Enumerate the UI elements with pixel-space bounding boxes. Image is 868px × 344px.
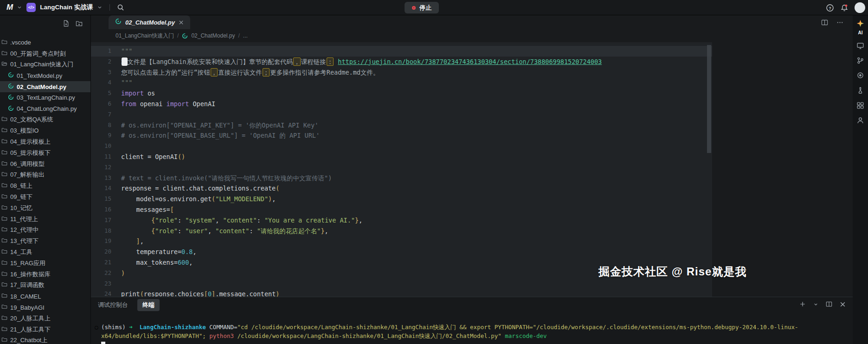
- code-token: .message.content: [215, 290, 276, 297]
- breadcrumb: 01_LangChain快速入门/02_ChatModel.py/...: [91, 29, 853, 42]
- tree-item[interactable]: 08_链上: [0, 180, 90, 191]
- code-token: (: [276, 185, 279, 192]
- git-branch-icon[interactable]: [856, 57, 864, 64]
- ai-assistant-button[interactable]: AI: [856, 19, 864, 35]
- editor-scrollbar[interactable]: [707, 45, 711, 153]
- target-icon[interactable]: [856, 71, 864, 79]
- tree-item[interactable]: 10_记忆: [0, 203, 90, 214]
- tree-item[interactable]: 14_工具: [0, 247, 90, 258]
- tree-item[interactable]: 05_提示模板下: [0, 147, 90, 159]
- tree-item[interactable]: 19_BabyAGI: [0, 302, 90, 313]
- tree-item[interactable]: 06_调用模型: [0, 159, 90, 170]
- terminal-token: COMMAND=: [206, 324, 238, 331]
- tree-item-label: 03_模型IO: [10, 127, 39, 135]
- tree-item[interactable]: 04_ChatLongChain.py: [0, 103, 90, 115]
- tree-item[interactable]: 15_RAG应用: [0, 258, 90, 269]
- monitor-icon[interactable]: [856, 42, 864, 50]
- code-link[interactable]: https://juejin.cn/book/73877023474361303…: [338, 58, 602, 65]
- tree-item[interactable]: 17_回调函数: [0, 280, 90, 291]
- project-chevron-down-icon[interactable]: [97, 5, 103, 10]
- code-token: "请给我的花店起个名": [257, 227, 321, 235]
- line-number: 12: [91, 162, 121, 173]
- folder-icon: [1, 271, 7, 278]
- tree-item[interactable]: 02_ChatModel.py: [0, 81, 90, 92]
- terminal-output[interactable]: ○(shims) ➜ LangChain-shizhanke COMMAND="…: [95, 323, 853, 344]
- line-number: 10: [91, 141, 121, 152]
- tree-item[interactable]: 04_提示模板上: [0, 136, 90, 147]
- code-token: os: [144, 89, 155, 97]
- project-title[interactable]: LangChain 实战课: [40, 3, 93, 12]
- tree-item[interactable]: 11_代理上: [0, 214, 90, 225]
- code-token: # os.environ["OPENAI_BASE_URL"] = 'OpenA…: [121, 132, 320, 139]
- tree-item[interactable]: 13_代理下: [0, 236, 90, 247]
- panel-tab[interactable]: 终端: [137, 299, 160, 311]
- tree-item[interactable]: 18_CAMEL: [0, 291, 90, 302]
- line-number: 11: [91, 152, 121, 162]
- python-file-icon: [182, 33, 188, 39]
- tree-item[interactable]: 02_文档QA系统: [0, 115, 90, 126]
- tab-02-chatmodel[interactable]: 02_ChatModel.py: [109, 15, 190, 29]
- code-token: "content": [215, 227, 249, 235]
- code-line: 8# os.environ["OPENAI_API_KEY"] = '你的Ope…: [91, 120, 712, 131]
- tree-item[interactable]: 20_人脉工具上: [0, 313, 90, 324]
- tree-item[interactable]: 22_Chatbot上: [0, 335, 90, 344]
- code-token: max_tokens=: [121, 259, 178, 266]
- code-token: "LLM_MODELEND": [215, 195, 268, 203]
- tree-item[interactable]: 09_链下: [0, 191, 90, 203]
- panel-tab[interactable]: 调试控制台: [98, 301, 128, 309]
- flask-icon[interactable]: [856, 86, 864, 94]
- close-panel-icon[interactable]: [840, 301, 846, 307]
- tree-item[interactable]: 01_TextModel.py: [0, 70, 90, 81]
- tree-item-label: 16_操作数据库: [10, 270, 51, 279]
- code-token: ,: [208, 227, 215, 235]
- user-avatar[interactable]: [855, 2, 865, 13]
- grid-icon[interactable]: [856, 102, 864, 109]
- tab-close-icon[interactable]: [179, 20, 184, 25]
- tree-item[interactable]: 03_模型IO: [0, 125, 90, 136]
- divider: [109, 4, 110, 11]
- line-number: 3: [91, 67, 121, 78]
- tree-item[interactable]: 00_开篇词_奇点时刻: [0, 48, 90, 59]
- help-icon[interactable]: ?: [826, 4, 834, 12]
- search-icon[interactable]: [117, 4, 124, 11]
- line-number: 14: [91, 183, 121, 194]
- breadcrumb-item[interactable]: ...: [243, 32, 248, 39]
- code-line: 23: [91, 279, 712, 289]
- python-file-icon: [115, 18, 122, 26]
- code-editor[interactable]: 1"""2本文件是【LangChain系统安装和快速入门】章节的配套代码，课程链…: [91, 42, 712, 297]
- terminal-dropdown-caret-icon[interactable]: [813, 302, 818, 307]
- file-tree[interactable]: .vscode00_开篇词_奇点时刻01_LangChain快速入门01_Tex…: [0, 37, 90, 344]
- code-line: 2本文件是【LangChain系统安装和快速入门】章节的配套代码，课程链接： h…: [91, 57, 712, 67]
- code-token: :: [249, 227, 257, 235]
- workspace-switcher-chevron-icon[interactable]: [17, 5, 22, 10]
- user-icon[interactable]: [856, 116, 864, 124]
- bell-icon[interactable]: [840, 4, 849, 12]
- tree-item[interactable]: 12_代理中: [0, 225, 90, 236]
- code-token: 课程链接: [301, 58, 326, 65]
- code-line: 14response = client.chat.completions.cre…: [91, 183, 712, 194]
- more-actions-icon[interactable]: [836, 19, 843, 26]
- new-folder-icon[interactable]: [76, 20, 83, 27]
- code-token: ：: [327, 57, 334, 66]
- split-terminal-icon[interactable]: [826, 301, 832, 307]
- terminal-cursor: [101, 342, 105, 344]
- split-editor-icon[interactable]: [821, 19, 828, 26]
- breadcrumb-item[interactable]: 01_LangChain快速入门: [116, 32, 174, 40]
- code-token: "role": [155, 217, 178, 224]
- code-token: "You are a creative AI.": [264, 217, 355, 224]
- tree-item[interactable]: 16_操作数据库: [0, 269, 90, 280]
- code-token: import: [167, 100, 189, 108]
- tree-item[interactable]: 03_TextLangChain.py: [0, 92, 90, 103]
- breadcrumb-item[interactable]: 02_ChatModel.py: [191, 32, 235, 39]
- tree-item[interactable]: 21_人脉工具下: [0, 324, 90, 335]
- tree-item[interactable]: 07_解析输出: [0, 170, 90, 181]
- code-token: ；: [263, 68, 270, 76]
- code-token: ,: [189, 259, 193, 266]
- stop-button[interactable]: 停止: [405, 2, 439, 13]
- tree-item[interactable]: 01_LangChain快速入门: [0, 59, 90, 70]
- new-terminal-plus-icon[interactable]: [799, 301, 806, 307]
- tree-item-label: 02_文档QA系统: [10, 115, 53, 124]
- new-file-icon[interactable]: [63, 20, 70, 27]
- tree-item[interactable]: .vscode: [0, 37, 90, 48]
- terminal-token: x64/bundled/libs:$PYTHONPATH";: [101, 332, 209, 339]
